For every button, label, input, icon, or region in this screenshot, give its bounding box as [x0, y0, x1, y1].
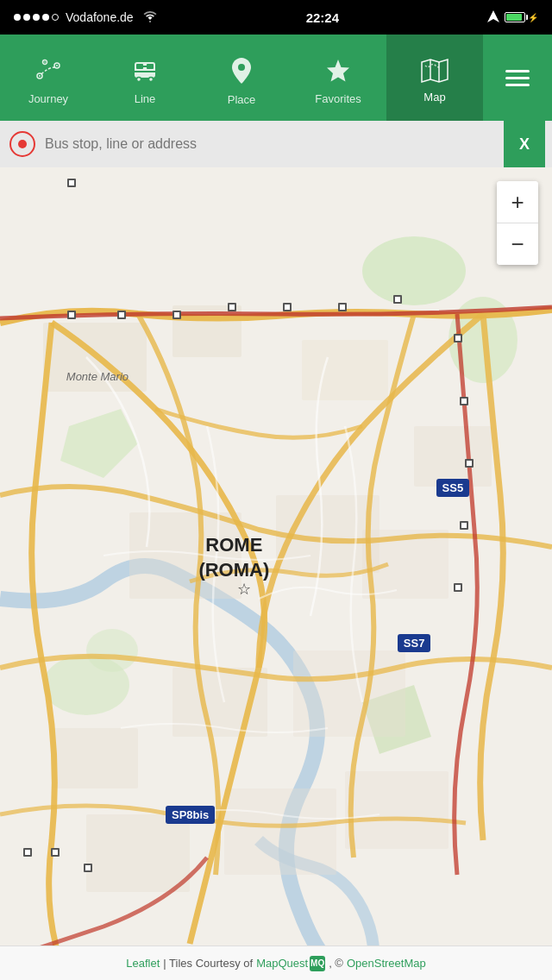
- battery-fill: [506, 14, 522, 21]
- svg-point-12: [149, 78, 154, 82]
- status-right: ⚡: [487, 10, 538, 25]
- zoom-out-button[interactable]: −: [497, 223, 538, 265]
- nav-label-favorites: Favorites: [315, 92, 361, 105]
- mapquest-link-container: MapQuest MQ: [256, 956, 325, 971]
- hamburger-icon: [505, 70, 530, 86]
- svg-point-4: [56, 65, 58, 66]
- svg-rect-13: [142, 66, 147, 67]
- svg-rect-29: [293, 650, 405, 737]
- footer-copyright: , ©: [329, 957, 343, 970]
- journey-icon: [34, 57, 62, 89]
- stop-marker: [283, 303, 292, 311]
- menu-button[interactable]: [483, 35, 552, 121]
- search-bar: X: [0, 121, 552, 167]
- stop-marker: [84, 864, 92, 872]
- svg-point-11: [137, 78, 141, 82]
- signal-dots: [14, 14, 59, 21]
- dot-3: [33, 14, 40, 21]
- svg-marker-15: [327, 60, 349, 82]
- stop-marker: [51, 848, 60, 857]
- stop-marker: [465, 459, 474, 468]
- svg-rect-10: [135, 71, 155, 72]
- nav-item-place[interactable]: Place: [193, 35, 290, 121]
- place-icon: [229, 56, 254, 90]
- stop-marker: [67, 179, 76, 187]
- carrier-label: Vodafone.de: [66, 10, 134, 24]
- stop-marker: [393, 295, 402, 304]
- nav-item-favorites[interactable]: Favorites: [290, 35, 386, 121]
- stop-marker: [460, 397, 468, 405]
- nav-label-journey: Journey: [28, 92, 68, 105]
- location-arrow-icon: [487, 10, 499, 25]
- map-svg: [0, 167, 552, 945]
- dot-1: [14, 14, 21, 21]
- svg-rect-33: [86, 814, 190, 892]
- stop-marker: [23, 848, 32, 857]
- svg-rect-32: [414, 426, 492, 487]
- nav-item-line[interactable]: Line: [97, 35, 193, 121]
- badge-ss5: SS5: [436, 479, 470, 497]
- svg-point-14: [238, 64, 245, 71]
- nav-item-map[interactable]: Map: [386, 35, 483, 121]
- nav-label-map: Map: [423, 91, 445, 104]
- status-left: Vodafone.de: [14, 10, 158, 25]
- svg-point-21: [86, 629, 138, 672]
- search-clear-button[interactable]: X: [504, 121, 545, 167]
- dot-2: [23, 14, 30, 21]
- stop-marker: [228, 303, 236, 311]
- osm-link[interactable]: OpenStreetMap: [347, 957, 426, 970]
- footer-separator: | Tiles Courtesy of: [163, 957, 253, 970]
- wifi-icon: [142, 10, 158, 25]
- svg-marker-0: [487, 10, 499, 22]
- footer: Leaflet | Tiles Courtesy of MapQuest MQ …: [0, 945, 552, 980]
- badge-sp8bis: SP8bis: [166, 806, 215, 824]
- search-input[interactable]: [45, 136, 497, 152]
- svg-rect-30: [52, 728, 138, 788]
- map-icon: [420, 59, 449, 87]
- mapquest-link[interactable]: MapQuest: [256, 957, 308, 970]
- svg-rect-8: [136, 64, 143, 69]
- map-area: Monte Mario ROME (ROMA) ☆ + − SS5 SS7 SP…: [0, 167, 552, 945]
- svg-point-6: [44, 61, 46, 63]
- svg-rect-25: [302, 340, 388, 400]
- dot-4: [42, 14, 49, 21]
- svg-rect-26: [129, 512, 242, 599]
- star-icon: [324, 57, 352, 89]
- capitol-symbol: ☆: [237, 580, 251, 599]
- battery-bolt-icon: ⚡: [528, 13, 538, 22]
- svg-rect-35: [345, 771, 448, 849]
- stop-marker: [172, 311, 181, 319]
- badge-ss7: SS7: [398, 634, 431, 652]
- stop-marker: [460, 521, 468, 530]
- battery-icon: [505, 12, 525, 22]
- mapquest-icon: MQ: [310, 956, 325, 971]
- bus-icon: [131, 57, 159, 89]
- zoom-controls: + −: [497, 181, 538, 265]
- status-bar: Vodafone.de 22:24 ⚡: [0, 0, 552, 35]
- nav-label-place: Place: [228, 93, 256, 106]
- svg-rect-9: [147, 64, 154, 69]
- nav-label-line: Line: [135, 92, 156, 105]
- stop-marker: [338, 303, 347, 311]
- svg-point-17: [362, 236, 466, 305]
- dot-5: [52, 14, 59, 21]
- stop-marker: [454, 583, 462, 592]
- nav-item-journey[interactable]: Journey: [0, 35, 97, 121]
- time-label: 22:24: [306, 10, 339, 25]
- svg-point-2: [39, 75, 41, 77]
- svg-rect-34: [224, 788, 336, 875]
- stop-marker: [117, 311, 126, 319]
- stop-marker: [454, 334, 462, 342]
- battery-container: ⚡: [505, 12, 538, 22]
- zoom-in-button[interactable]: +: [497, 181, 538, 223]
- leaflet-link[interactable]: Leaflet: [126, 957, 160, 970]
- stop-marker: [67, 311, 76, 319]
- location-target-icon: [7, 129, 38, 160]
- nav-bar: Journey Line Place: [0, 35, 552, 121]
